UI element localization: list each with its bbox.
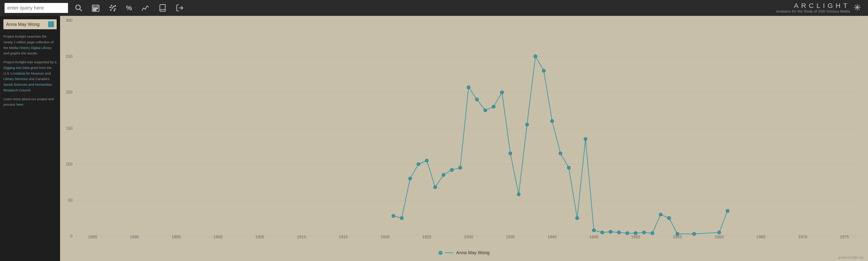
search-input[interactable] <box>4 3 68 13</box>
x-axis-label: 1970 <box>797 235 808 239</box>
legend-line <box>445 252 454 253</box>
header: % ARCLIGHT Analytics for the Study of 20… <box>0 0 868 16</box>
logo-subtitle: Analytics for the Study of 20th Century … <box>776 9 850 13</box>
x-axis-label: 1925 <box>421 235 433 239</box>
line-chart-icon[interactable] <box>139 2 152 13</box>
x-axis-label: 1905 <box>254 235 266 239</box>
x-axis-label: 1965 <box>755 235 767 239</box>
legend-dot <box>438 251 442 255</box>
mhdl-link[interactable]: Media History Digital Library <box>9 46 52 50</box>
export-icon[interactable] <box>174 2 186 13</box>
x-axis-label: 1920 <box>379 235 391 239</box>
search-button[interactable] <box>72 3 85 13</box>
x-axis-label: 1890 <box>129 235 140 239</box>
sidebar-para-2: Project Arclight was supported by a Digg… <box>3 59 57 93</box>
svg-point-16 <box>115 5 116 7</box>
x-axis-label: 1955 <box>672 235 683 239</box>
search-tag[interactable]: Anna May Wong <box>3 19 57 29</box>
imls-link[interactable]: Institute for Museum and Library Service… <box>3 71 51 81</box>
digging-data-link[interactable]: Digging into Data <box>3 66 29 69</box>
sidebar: Anna May Wong Project Arclight searches … <box>0 16 60 261</box>
y-axis-label: 50 <box>60 198 72 203</box>
svg-rect-6 <box>93 8 95 9</box>
logo: ARCLIGHT Analytics for the Study of 20th… <box>776 2 861 13</box>
x-axis-label: 1915 <box>338 235 349 239</box>
x-axis-label: 1900 <box>212 235 223 239</box>
svg-point-11 <box>111 9 112 11</box>
x-axis-label: 1950 <box>630 235 641 239</box>
search-tag-label: Anna May Wong <box>6 21 46 28</box>
svg-point-12 <box>112 7 113 9</box>
footer-url: projectarclight.org <box>838 256 864 259</box>
svg-point-15 <box>111 5 112 6</box>
main-chart <box>74 18 864 238</box>
sidebar-para-1: Project Arclight searches the nearly 2 m… <box>3 34 57 56</box>
y-axis-label: 300 <box>60 18 72 23</box>
svg-point-14 <box>115 8 116 9</box>
svg-point-0 <box>76 5 80 9</box>
x-axis-label: 1960 <box>714 235 725 239</box>
sidebar-para-3: Learn more about our project and process… <box>3 96 57 108</box>
book-icon[interactable] <box>156 2 169 13</box>
x-axis-label: 1895 <box>170 235 182 239</box>
y-axis-label: 250 <box>60 54 72 59</box>
percent-icon[interactable]: % <box>124 3 134 13</box>
svg-point-18 <box>114 10 115 11</box>
chart-legend: Anna May Wong <box>438 250 490 255</box>
scatter-icon[interactable] <box>106 2 119 13</box>
svg-rect-7 <box>95 8 96 9</box>
y-axis-label: 100 <box>60 162 72 167</box>
y-axis-label: 150 <box>60 126 72 131</box>
search-tag-color-swatch <box>48 21 54 27</box>
svg-point-13 <box>113 6 114 7</box>
legend-label: Anna May Wong <box>456 250 490 255</box>
y-axis-label: 200 <box>60 90 72 95</box>
x-axis-label: 1975 <box>839 235 850 239</box>
svg-point-17 <box>110 7 111 8</box>
x-axis-label: 1930 <box>463 235 474 239</box>
svg-rect-9 <box>93 10 95 11</box>
sidebar-description: Project Arclight searches the nearly 2 m… <box>3 34 57 108</box>
logo-star-icon: ✳ <box>854 2 861 13</box>
x-axis-label: 1910 <box>296 235 307 239</box>
x-axis-label: 1935 <box>505 235 516 239</box>
svg-rect-8 <box>97 8 98 9</box>
x-axis-label: 1885 <box>87 235 98 239</box>
sshrc-link[interactable]: Social Sciences and Humanities Research … <box>3 83 52 92</box>
calendar-icon[interactable] <box>89 2 102 13</box>
x-axis-label: 1945 <box>588 235 599 239</box>
svg-rect-10 <box>95 10 96 11</box>
y-axis-label: 0 <box>60 234 72 238</box>
chart-area: Anna May Wong projectarclight.org 050100… <box>60 16 868 261</box>
x-axis-label: 1940 <box>547 235 558 239</box>
svg-line-1 <box>80 9 82 11</box>
logo-title: ARCLIGHT <box>776 2 850 9</box>
learn-more-link[interactable]: here <box>16 103 23 106</box>
